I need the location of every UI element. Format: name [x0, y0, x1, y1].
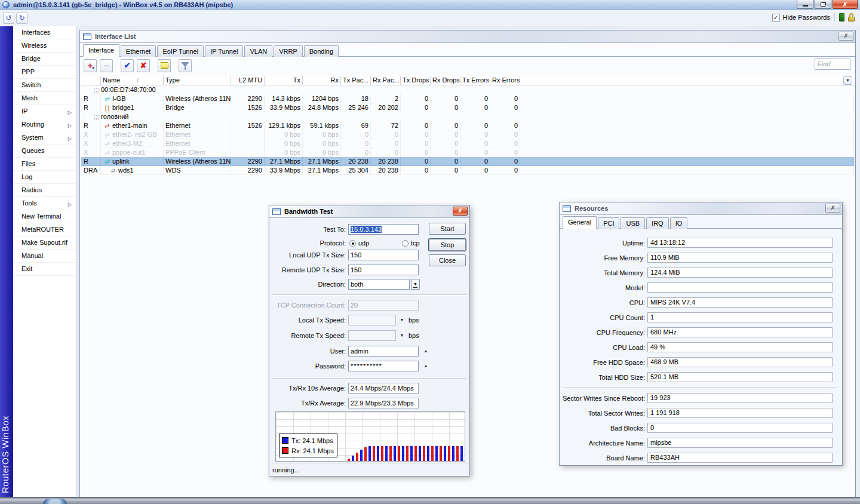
tab-vlan[interactable]: VLAN	[244, 45, 272, 57]
sidebar-item-make-supout-rif[interactable]: Make Supout.rif	[13, 236, 76, 250]
comment-row[interactable]: ;;;00:0E:D7:48:70:00	[81, 85, 854, 94]
add-interface-button[interactable]: +▼	[84, 59, 97, 72]
resource-value: 49 %	[647, 342, 833, 352]
interface-row-I-GB[interactable]: R⇄I-GBWireless (Atheros 11N)229014.3 kbp…	[81, 94, 854, 103]
minimize-button[interactable]	[797, 0, 813, 9]
column-header-rx-errors[interactable]: Rx Errors	[490, 76, 520, 85]
sidebar-item-routing[interactable]: Routing▷	[13, 118, 76, 131]
tab-bonding[interactable]: Bonding	[304, 45, 339, 57]
undo-button[interactable]: ↺	[3, 13, 14, 24]
resource-label: Board Name:	[560, 454, 647, 462]
comment-row[interactable]: ;;;головний	[81, 112, 854, 121]
user-collapse-icon[interactable]: ▲	[422, 346, 430, 357]
remote-tx-speed-dropdown-icon[interactable]: ▼	[398, 330, 406, 341]
sidebar-item-system[interactable]: System▷	[13, 131, 76, 145]
hide-passwords-checkbox[interactable]: ✓	[772, 14, 780, 21]
protocol-tcp-option[interactable]: tcp	[402, 238, 420, 248]
resources-tab-irq[interactable]: IRQ	[646, 217, 669, 229]
disable-button[interactable]: ✘	[137, 59, 150, 72]
tab-eoip-tunnel[interactable]: EoIP Tunnel	[157, 45, 204, 57]
sidebar-item-radius[interactable]: Radius	[13, 184, 76, 197]
close-dialog-button[interactable]: Close	[429, 254, 466, 266]
find-input[interactable]: Find	[815, 59, 850, 70]
sidebar-item-mesh[interactable]: Mesh	[13, 92, 76, 105]
column-picker-button[interactable]: ▼	[843, 76, 852, 85]
resources-tab-usb[interactable]: USB	[621, 217, 645, 229]
user-input[interactable]: admin	[348, 346, 419, 357]
tab-ip-tunnel[interactable]: IP Tunnel	[205, 45, 243, 57]
interface-row-ether1-main[interactable]: R⇄ether1-mainEthernet1526129.1 kbps59.1 …	[81, 121, 854, 130]
close-button[interactable]: ✗	[833, 0, 858, 9]
sidebar-item-log[interactable]: Log	[13, 171, 76, 184]
tab-ethernet[interactable]: Ethernet	[121, 45, 156, 57]
stop-button[interactable]: Stop	[429, 239, 466, 251]
graph-bar	[456, 446, 459, 461]
resources-row-bad-blocks: Bad Blocks:0	[560, 420, 842, 435]
sidebar-item-tools[interactable]: Tools▷	[13, 197, 76, 210]
column-header-rx[interactable]: Rx	[303, 76, 341, 85]
sidebar-item-queues[interactable]: Queues	[13, 145, 76, 158]
txrx-average-value: 22.9 Mbps/23.3 Mbps	[348, 398, 419, 408]
sidebar-item-exit[interactable]: Exit	[13, 263, 76, 276]
sidebar-item-interfaces[interactable]: Interfaces	[13, 26, 76, 39]
filter-button[interactable]	[179, 59, 192, 72]
resources-close-button[interactable]: ✗	[825, 204, 840, 213]
resources-tab-pci[interactable]: PCI	[598, 217, 619, 229]
direction-select[interactable]: both	[348, 279, 410, 290]
column-header-rx-pac-[interactable]: Rx Pac...	[371, 76, 401, 85]
bandwidth-test-titlebar[interactable]: Bandwidth Test ✗	[269, 205, 469, 218]
test-to-input[interactable]: 15.0.3.143	[348, 224, 419, 235]
tab-vrrp[interactable]: VRRP	[274, 45, 303, 57]
sidebar-item-files[interactable]: Files	[13, 158, 76, 171]
sidebar-item-wireless[interactable]: Wireless	[13, 39, 76, 53]
rx-packets-cell: 0	[371, 148, 401, 157]
sidebar-item-new-terminal[interactable]: New Terminal	[13, 210, 76, 223]
interface-row-pppoe-out1[interactable]: X⇄pppoe-out1PPPoE Client0 bps0 bps000000	[81, 148, 854, 157]
interface-row-ether2-ns2-GB[interactable]: X⇄ether2- ns2 GBEthernet0 bps0 bps000000	[81, 130, 854, 139]
column-header-tx[interactable]: Tx	[265, 76, 303, 85]
column-header-tx-drops[interactable]: Tx Drops	[401, 76, 431, 85]
interface-list-titlebar[interactable]: Interface List ✗	[80, 30, 855, 43]
column-header-tx-pac-[interactable]: Tx Pac...	[341, 76, 371, 85]
sidebar-item-bridge[interactable]: Bridge	[13, 53, 76, 66]
column-header-name[interactable]: Name/	[101, 76, 164, 85]
tx-drops-cell: 0	[401, 166, 431, 175]
resources-tab-io[interactable]: IO	[670, 217, 688, 229]
local-tx-speed-dropdown-icon[interactable]: ▼	[398, 315, 406, 325]
udp-radio[interactable]	[349, 240, 356, 247]
redo-button[interactable]: ↻	[16, 13, 27, 24]
enable-button[interactable]: ✔	[121, 59, 134, 72]
protocol-udp-option[interactable]: udp	[349, 238, 369, 248]
sidebar-item-switch[interactable]: Switch	[13, 79, 76, 92]
interface-row-wds1[interactable]: DRA⇄wds1WDS229033.9 Mbps27.1 Mbps25 3042…	[81, 166, 854, 175]
column-header-rx-drops[interactable]: Rx Drops	[431, 76, 460, 85]
resources-titlebar[interactable]: Resources ✗	[560, 202, 842, 215]
remote-udp-tx-size-input[interactable]: 150	[348, 265, 419, 275]
tx-drops-cell: 0	[401, 121, 431, 130]
password-collapse-icon[interactable]: ▲	[422, 361, 430, 371]
tab-interface[interactable]: Interface	[83, 44, 119, 57]
interface-row-bridge1[interactable]: R∏bridge1Bridge152633.9 Mbps24.8 Mbps25 …	[81, 103, 854, 112]
sidebar-item-ip[interactable]: IP▷	[13, 105, 76, 118]
interface-row-ether3-MZ[interactable]: X⇄ether3-MZEthernet0 bps0 bps000000	[81, 139, 854, 148]
sidebar-item-manual[interactable]: Manual	[13, 250, 76, 263]
column-header-l2-mtu[interactable]: L2 MTU	[231, 76, 265, 85]
sidebar-item-ppp[interactable]: PPP	[13, 66, 76, 79]
tcp-radio[interactable]	[402, 240, 408, 247]
remove-interface-button[interactable]: −	[100, 59, 113, 72]
tx-drops-cell: 0	[401, 157, 431, 166]
resources-tab-general[interactable]: General	[563, 216, 597, 229]
restore-button[interactable]	[815, 0, 831, 9]
column-header-type[interactable]: Type	[164, 76, 231, 85]
interface-list-close-button[interactable]: ✗	[838, 32, 853, 41]
column-header-tx-errors[interactable]: Tx Errors	[460, 76, 490, 85]
comment-button[interactable]	[158, 59, 171, 72]
password-input[interactable]: **********	[348, 361, 419, 371]
sidebar-item-metarouter[interactable]: MetaROUTER	[13, 223, 76, 236]
bandwidth-test-close-button[interactable]: ✗	[453, 207, 468, 216]
column-header-flags[interactable]	[81, 76, 101, 85]
interface-row-uplink[interactable]: R⇄uplinkWireless (Atheros 11N)229027.1 M…	[81, 157, 854, 166]
start-button[interactable]: Start	[429, 223, 466, 235]
direction-dropdown-button[interactable]: ▼	[411, 279, 420, 290]
local-udp-tx-size-input[interactable]: 150	[348, 250, 419, 260]
